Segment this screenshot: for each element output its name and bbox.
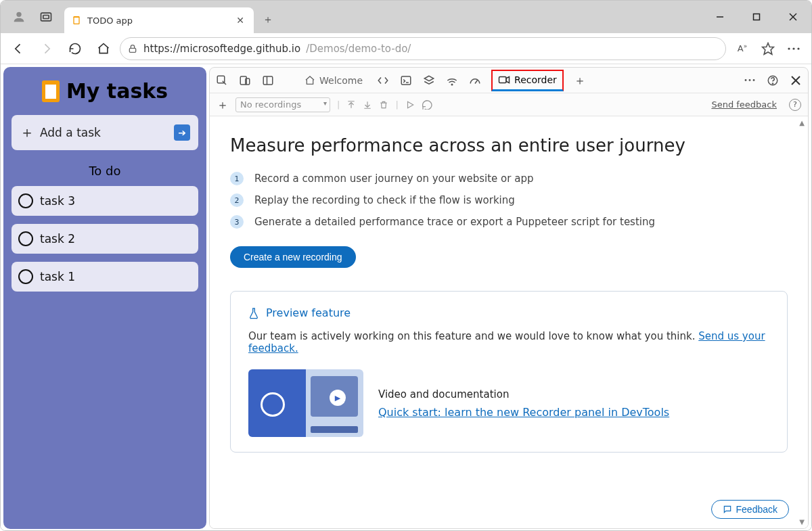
performance-icon[interactable] [468, 74, 482, 87]
workspaces-button[interactable] [35, 5, 58, 28]
svg-rect-17 [263, 76, 273, 85]
browser-tab[interactable]: TODO app ✕ [64, 7, 254, 33]
svg-point-11 [788, 47, 790, 49]
task-text: task 3 [40, 194, 75, 208]
device-icon[interactable] [238, 74, 252, 87]
feedback-button-label: Feedback [736, 504, 777, 515]
task-checkbox[interactable] [18, 269, 33, 284]
help-icon[interactable] [766, 74, 780, 87]
preview-heading: Preview feature [248, 306, 769, 319]
console-icon[interactable] [399, 74, 413, 87]
step-text: Generate a detailed performance trace or… [254, 216, 655, 228]
quick-start-link[interactable]: Quick start: learn the new Recorder pane… [378, 406, 669, 419]
task-checkbox[interactable] [18, 193, 33, 208]
svg-point-12 [792, 47, 794, 49]
new-recording-icon[interactable]: ＋ [217, 97, 229, 113]
refresh-button[interactable] [63, 37, 87, 61]
svg-line-22 [475, 80, 478, 83]
preview-feature-box: Preview feature Our team is actively wor… [230, 291, 788, 453]
more-tabs-button[interactable]: ＋ [573, 74, 587, 87]
add-task-input[interactable]: ＋ Add a task ➔ [12, 115, 198, 150]
inspect-icon[interactable] [215, 74, 229, 87]
replay-icon[interactable] [405, 100, 415, 110]
clipboard-icon [42, 80, 60, 102]
tab-welcome-label: Welcome [319, 75, 363, 86]
recordings-dropdown-label: No recordings [240, 99, 301, 110]
svg-point-0 [16, 12, 21, 17]
app-title-text: My tasks [66, 79, 168, 103]
svg-rect-4 [74, 18, 79, 24]
create-recording-button[interactable]: Create a new recording [230, 246, 356, 268]
svg-marker-24 [506, 77, 510, 83]
svg-rect-9 [129, 48, 135, 52]
help-icon[interactable]: ? [789, 99, 801, 111]
back-button[interactable] [6, 37, 30, 61]
recorder-body: Measure performance across an entire use… [210, 116, 808, 528]
svg-point-25 [745, 79, 747, 81]
elements-icon[interactable] [376, 74, 390, 87]
task-item[interactable]: task 2 [12, 224, 198, 254]
url-input[interactable]: https://microsoftedge.github.io/Demos/de… [120, 37, 726, 60]
new-tab-button[interactable]: ＋ [256, 8, 279, 31]
add-task-label: Add a task [40, 126, 101, 139]
send-feedback-link[interactable]: Send feedback [711, 99, 777, 110]
scrollbar[interactable]: ▲ ▼ [797, 116, 807, 528]
devtools-tab-bar: Welcome Recorder ＋ [210, 68, 808, 93]
profile-button[interactable] [7, 5, 30, 28]
dock-icon[interactable] [261, 74, 275, 87]
task-item[interactable]: task 1 [12, 262, 198, 292]
performance-trace-icon[interactable] [422, 100, 432, 110]
step-item: 1 Record a common user journey on your w… [230, 172, 788, 185]
settings-menu-button[interactable] [782, 37, 806, 61]
maximize-button[interactable] [738, 1, 775, 33]
close-tab-button[interactable]: ✕ [233, 15, 247, 26]
scroll-up-icon[interactable]: ▲ [799, 119, 805, 126]
step-item: 2 Replay the recording to check if the f… [230, 193, 788, 207]
recordings-dropdown[interactable]: No recordings [235, 97, 330, 112]
delete-icon[interactable] [379, 100, 388, 110]
clipboard-icon [71, 15, 82, 26]
step-item: 3 Generate a detailed performance trace … [230, 215, 788, 229]
video-heading: Video and documentation [378, 388, 669, 400]
devtools-panel: Welcome Recorder ＋ [209, 67, 809, 529]
step-text: Replay the recording to check if the flo… [254, 194, 515, 206]
video-thumbnail[interactable]: ▶ [248, 369, 363, 437]
preview-title: Preview feature [266, 306, 351, 319]
preview-text: Our team is actively working on this fea… [248, 330, 769, 354]
minimize-button[interactable] [702, 1, 738, 33]
read-aloud-button[interactable]: A» [730, 37, 754, 61]
task-checkbox[interactable] [18, 231, 33, 246]
svg-marker-10 [763, 43, 774, 54]
network-icon[interactable] [445, 74, 459, 87]
content-area: My tasks ＋ Add a task ➔ To do task 3 tas… [1, 64, 811, 531]
submit-task-button[interactable]: ➔ [174, 124, 190, 141]
export-icon[interactable] [363, 100, 372, 110]
import-icon[interactable] [346, 100, 356, 110]
task-text: task 2 [40, 232, 75, 246]
devtools-more-icon[interactable] [743, 74, 757, 87]
title-bar: TODO app ✕ ＋ [1, 1, 811, 33]
tab-welcome[interactable]: Welcome [300, 68, 367, 93]
svg-rect-6 [754, 14, 760, 20]
forward-button[interactable] [35, 37, 59, 61]
tab-recorder[interactable]: Recorder [491, 70, 564, 91]
step-number: 3 [230, 215, 244, 229]
feedback-button[interactable]: Feedback [711, 500, 789, 519]
svg-point-21 [451, 84, 453, 85]
step-number: 1 [230, 172, 244, 185]
address-bar: https://microsoftedge.github.io/Demos/de… [1, 33, 811, 64]
close-window-button[interactable] [775, 1, 811, 33]
task-item[interactable]: task 3 [12, 186, 198, 216]
lock-icon [127, 43, 138, 54]
app-title: My tasks [12, 79, 198, 103]
sources-icon[interactable] [422, 74, 436, 87]
favorite-button[interactable] [756, 37, 780, 61]
scroll-down-icon[interactable]: ▼ [799, 518, 805, 526]
home-button[interactable] [91, 37, 116, 61]
step-text: Record a common user journey on your web… [254, 172, 533, 185]
svg-rect-2 [43, 16, 49, 19]
close-devtools-button[interactable] [789, 74, 803, 87]
svg-point-26 [749, 79, 751, 81]
svg-point-29 [772, 83, 773, 83]
tab-title: TODO app [87, 16, 133, 26]
